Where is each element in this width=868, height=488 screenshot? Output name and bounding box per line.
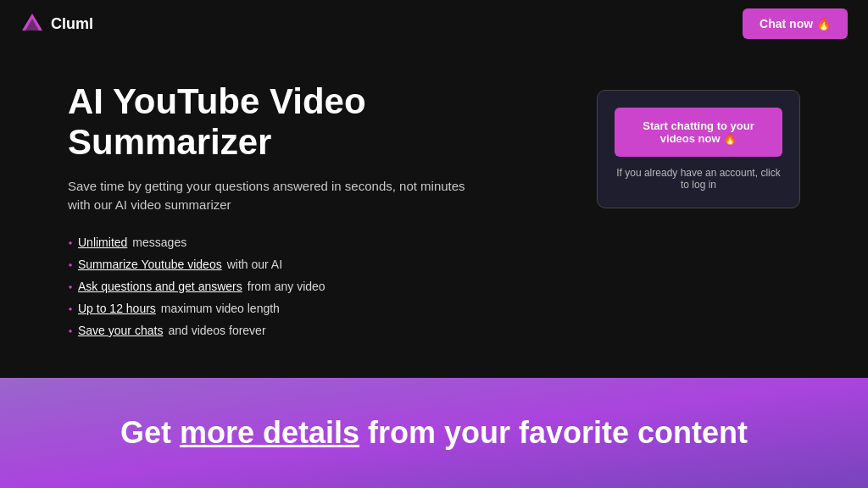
feature-link-1[interactable]: Unlimited: [78, 236, 127, 249]
feature-text-3: from any video: [248, 280, 326, 293]
bottom-heading: Get more details from your favorite cont…: [120, 415, 748, 451]
feature-item-5: Save your chats and videos forever: [68, 324, 483, 337]
header: Cluml Chat now 🔥: [0, 0, 868, 47]
cta-secondary-text: If you already have an account, click to…: [615, 167, 782, 191]
feature-list: Unlimited messages Summarize Youtube vid…: [68, 236, 483, 337]
bottom-text-after: from your favorite content: [359, 415, 748, 450]
hero-subtitle: Save time by getting your questions answ…: [68, 177, 483, 215]
logo-text: Cluml: [51, 15, 93, 33]
feature-text-5: and videos forever: [168, 324, 265, 337]
feature-link-2[interactable]: Summarize Youtube videos: [78, 258, 222, 271]
feature-text-4: maximum video length: [161, 302, 280, 315]
start-chatting-button[interactable]: Start chatting to your videos now 🔥: [615, 108, 782, 157]
feature-link-4[interactable]: Up to 12 hours: [78, 302, 156, 315]
hero-right: Start chatting to your videos now 🔥 If y…: [597, 81, 800, 208]
feature-item-1: Unlimited messages: [68, 236, 483, 249]
feature-text-1: messages: [132, 236, 186, 249]
hero-left: AI YouTube Video Summarizer Save time by…: [68, 81, 483, 337]
feature-item-3: Ask questions and get answers from any v…: [68, 280, 483, 293]
bottom-more-details-link[interactable]: more details: [180, 415, 359, 450]
logo-icon: [20, 12, 44, 36]
bottom-text-before: Get: [120, 415, 180, 450]
chat-now-button[interactable]: Chat now 🔥: [743, 8, 848, 39]
feature-text-2: with our AI: [227, 258, 282, 271]
hero-section: AI YouTube Video Summarizer Save time by…: [0, 47, 868, 378]
feature-item-4: Up to 12 hours maximum video length: [68, 302, 483, 315]
logo-area: Cluml: [20, 12, 93, 36]
bottom-section: Get more details from your favorite cont…: [0, 378, 868, 488]
feature-link-3[interactable]: Ask questions and get answers: [78, 280, 242, 293]
feature-item-2: Summarize Youtube videos with our AI: [68, 258, 483, 271]
hero-title: AI YouTube Video Summarizer: [68, 81, 483, 164]
feature-link-5[interactable]: Save your chats: [78, 324, 163, 337]
cta-card: Start chatting to your videos now 🔥 If y…: [597, 90, 800, 208]
